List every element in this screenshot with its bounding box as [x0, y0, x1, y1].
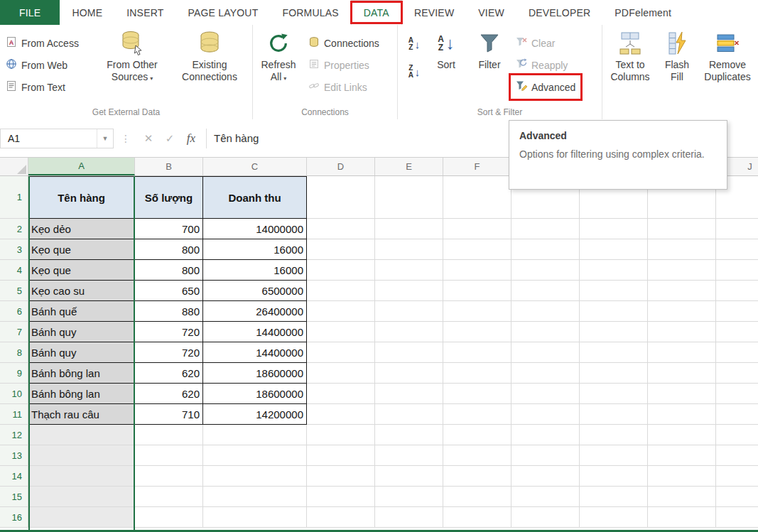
- cell-I2[interactable]: [648, 219, 716, 239]
- cell-J5[interactable]: [716, 281, 758, 301]
- ribbon-tab-formulas[interactable]: FORMULAS: [270, 0, 350, 25]
- cell-E9[interactable]: [375, 363, 443, 384]
- cell-I11[interactable]: [648, 404, 716, 425]
- existing-connections-button[interactable]: Existing Connections: [170, 28, 249, 106]
- cell-I14[interactable]: [648, 466, 716, 487]
- from-text-button[interactable]: From Text: [3, 76, 68, 98]
- cell-E10[interactable]: [375, 384, 443, 404]
- cell-J13[interactable]: [716, 445, 758, 466]
- cell-C4[interactable]: 16000: [203, 260, 307, 281]
- cell-J4[interactable]: [716, 260, 758, 281]
- cell-I12[interactable]: [648, 425, 716, 445]
- cell-D16[interactable]: [307, 507, 375, 528]
- cell-E3[interactable]: [375, 239, 443, 260]
- cell-I6[interactable]: [648, 301, 716, 322]
- cell-A6[interactable]: Bánh quế: [28, 301, 135, 322]
- formula-input[interactable]: Tên hàng: [214, 132, 259, 144]
- cell-G4[interactable]: [511, 260, 580, 281]
- cell-C9[interactable]: 18600000: [203, 363, 307, 384]
- cell-B8[interactable]: 720: [135, 342, 203, 363]
- cell-B6[interactable]: 880: [135, 301, 203, 322]
- row-header-12[interactable]: 12: [0, 425, 28, 445]
- cell-F8[interactable]: [443, 342, 511, 363]
- cell-C7[interactable]: 14400000: [203, 322, 307, 342]
- cell-I4[interactable]: [648, 260, 716, 281]
- ribbon-tab-developer[interactable]: DEVELOPER: [516, 0, 602, 25]
- cell-C15[interactable]: [203, 487, 307, 507]
- cell-B16[interactable]: [135, 507, 203, 528]
- cell-F11[interactable]: [443, 404, 511, 425]
- cell-B15[interactable]: [135, 487, 203, 507]
- cell-A3[interactable]: Kẹo que: [28, 239, 135, 260]
- cell-E8[interactable]: [375, 342, 443, 363]
- cell-E1[interactable]: [375, 176, 443, 219]
- cell-A7[interactable]: Bánh quy: [28, 322, 135, 342]
- cell-B11[interactable]: 710: [135, 404, 203, 425]
- cell-G15[interactable]: [511, 487, 580, 507]
- ribbon-tab-review[interactable]: REVIEW: [402, 0, 466, 25]
- cell-E13[interactable]: [375, 445, 443, 466]
- row-header-5[interactable]: 5: [0, 281, 28, 301]
- cell-A1[interactable]: Tên hàng: [28, 176, 135, 219]
- connections-button[interactable]: Connections: [305, 32, 382, 54]
- cell-B9[interactable]: 620: [135, 363, 203, 384]
- cell-A9[interactable]: Bánh bông lan: [28, 363, 135, 384]
- cell-G12[interactable]: [511, 425, 580, 445]
- cell-B3[interactable]: 800: [135, 239, 203, 260]
- cell-A10[interactable]: Bánh bông lan: [28, 384, 135, 404]
- cell-I10[interactable]: [648, 384, 716, 404]
- cell-D15[interactable]: [307, 487, 375, 507]
- column-header-B[interactable]: B: [135, 158, 203, 175]
- column-header-F[interactable]: F: [443, 158, 511, 175]
- cell-F3[interactable]: [443, 239, 511, 260]
- advanced-filter-button[interactable]: Advanced: [513, 76, 578, 98]
- cell-H16[interactable]: [580, 507, 648, 528]
- row-header-9[interactable]: 9: [0, 363, 28, 384]
- cell-H12[interactable]: [580, 425, 648, 445]
- cell-H11[interactable]: [580, 404, 648, 425]
- cell-J6[interactable]: [716, 301, 758, 322]
- cell-G14[interactable]: [511, 466, 580, 487]
- cancel-icon[interactable]: ✕: [138, 129, 159, 148]
- cell-B7[interactable]: 720: [135, 322, 203, 342]
- cell-G11[interactable]: [511, 404, 580, 425]
- row-header-15[interactable]: 15: [0, 487, 28, 507]
- name-box[interactable]: A1 ▼: [0, 129, 114, 148]
- edit-links-button[interactable]: Edit Links: [305, 76, 370, 98]
- cell-H13[interactable]: [580, 445, 648, 466]
- cell-J7[interactable]: [716, 322, 758, 342]
- cell-B14[interactable]: [135, 466, 203, 487]
- cell-J11[interactable]: [716, 404, 758, 425]
- row-header-16[interactable]: 16: [0, 507, 28, 528]
- cell-H10[interactable]: [580, 384, 648, 404]
- cell-A13[interactable]: [28, 445, 135, 466]
- cell-J10[interactable]: [716, 384, 758, 404]
- cell-B1[interactable]: Số lượng: [135, 176, 203, 219]
- cell-H3[interactable]: [580, 239, 648, 260]
- cell-A4[interactable]: Kẹo que: [28, 260, 135, 281]
- cell-E16[interactable]: [375, 507, 443, 528]
- clear-filter-button[interactable]: Clear: [513, 32, 558, 54]
- cell-D2[interactable]: [307, 219, 375, 239]
- cell-G2[interactable]: [511, 219, 580, 239]
- cell-F16[interactable]: [443, 507, 511, 528]
- cell-F1[interactable]: [443, 176, 511, 219]
- cell-C13[interactable]: [203, 445, 307, 466]
- column-header-E[interactable]: E: [375, 158, 443, 175]
- cell-E5[interactable]: [375, 281, 443, 301]
- from-access-button[interactable]: A From Access: [3, 32, 82, 54]
- ribbon-tab-data[interactable]: DATA: [351, 0, 402, 25]
- column-header-C[interactable]: C: [203, 158, 307, 175]
- cell-E11[interactable]: [375, 404, 443, 425]
- column-header-D[interactable]: D: [307, 158, 375, 175]
- cell-C16[interactable]: [203, 507, 307, 528]
- cell-A5[interactable]: Kẹo cao su: [28, 281, 135, 301]
- from-web-button[interactable]: From Web: [3, 54, 70, 76]
- row-header-14[interactable]: 14: [0, 466, 28, 487]
- cell-E12[interactable]: [375, 425, 443, 445]
- cell-H9[interactable]: [580, 363, 648, 384]
- cell-F2[interactable]: [443, 219, 511, 239]
- cell-F14[interactable]: [443, 466, 511, 487]
- cell-E15[interactable]: [375, 487, 443, 507]
- cell-F12[interactable]: [443, 425, 511, 445]
